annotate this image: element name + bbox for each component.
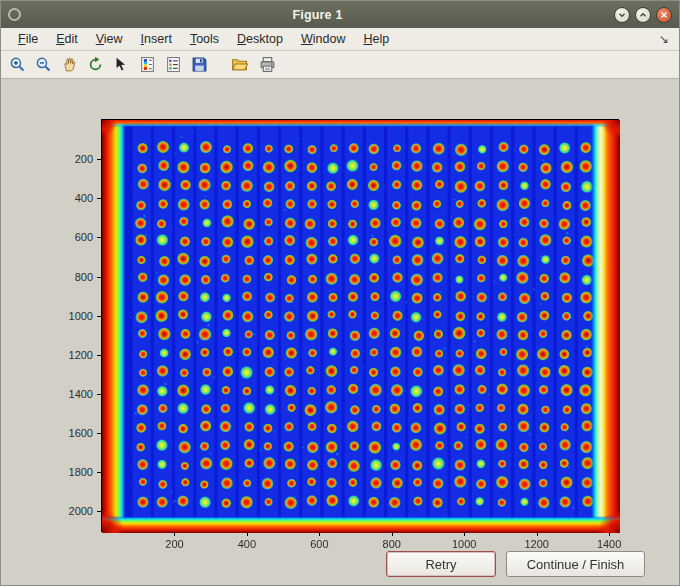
y-tick-label: 600 [75,231,93,243]
axes-box: 2004006008001000120014002004006008001000… [101,119,619,532]
x-tick-label: 600 [310,538,328,550]
y-tick-mark [97,277,101,278]
data-cursor-button[interactable] [109,54,133,76]
rotate-3d-icon [87,56,104,73]
pan-button[interactable] [57,54,81,76]
window-title: Figure 1 [21,8,614,22]
toolbar [1,51,679,79]
chevron-down-icon [617,10,627,20]
figure-canvas-area: 2004006008001000120014002004006008001000… [1,79,679,585]
y-tick-label: 800 [75,271,93,283]
x-tick-label: 200 [165,538,183,550]
x-tick-mark [609,532,610,536]
window-controls [614,7,672,23]
x-tick-label: 1000 [452,538,476,550]
print-figure-button[interactable] [255,54,279,76]
y-tick-mark [97,511,101,512]
menu-bar: FileEditViewInsertToolsDesktopWindowHelp… [1,28,679,51]
close-x-icon [659,10,669,20]
title-bar[interactable]: Figure 1 [1,1,679,28]
x-tick-label: 400 [238,538,256,550]
y-tick-mark [97,433,101,434]
y-tick-label: 1600 [69,427,93,439]
insert-legend-icon [165,56,182,73]
close-button[interactable] [656,7,672,23]
menu-desktop[interactable]: Desktop [228,30,292,48]
x-tick-mark [247,532,248,536]
chevron-up-icon [638,10,648,20]
y-tick-mark [97,316,101,317]
menu-help[interactable]: Help [354,30,398,48]
dock-figure-icon[interactable]: ↘ [659,32,671,46]
x-tick-mark [174,532,175,536]
y-tick-label: 2000 [69,505,93,517]
insert-legend-button[interactable] [161,54,185,76]
data-cursor-icon [113,56,130,73]
insert-colorbar-icon [139,56,156,73]
zoom-out-button[interactable] [31,54,55,76]
figure-window: Figure 1 FileEditViewInsertToolsDesktopW… [0,0,680,586]
y-tick-mark [97,355,101,356]
y-tick-label: 200 [75,153,93,165]
y-tick-label: 1200 [69,349,93,361]
save-figure-icon [191,56,208,73]
menu-tools[interactable]: Tools [181,30,228,48]
zoom-out-icon [35,56,52,73]
retry-button[interactable]: Retry [386,551,496,577]
y-tick-mark [97,159,101,160]
open-file-icon [231,56,248,73]
y-tick-label: 1400 [69,388,93,400]
maximize-button[interactable] [635,7,651,23]
window-menu-icon[interactable] [8,8,21,21]
y-tick-mark [97,237,101,238]
menu-edit[interactable]: Edit [47,30,87,48]
open-file-button[interactable] [227,54,251,76]
y-tick-label: 400 [75,192,93,204]
rotate-3d-button[interactable] [83,54,107,76]
zoom-in-button[interactable] [5,54,29,76]
print-figure-icon [259,56,276,73]
pan-icon [61,56,78,73]
menu-view[interactable]: View [87,30,132,48]
y-tick-mark [97,198,101,199]
save-figure-button[interactable] [187,54,211,76]
y-tick-mark [97,472,101,473]
menu-window[interactable]: Window [292,30,354,48]
menu-file[interactable]: File [9,30,47,48]
y-tick-mark [97,394,101,395]
x-tick-mark [537,532,538,536]
x-tick-mark [392,532,393,536]
menu-insert[interactable]: Insert [132,30,181,48]
x-tick-label: 800 [383,538,401,550]
plate-image [102,120,620,533]
x-tick-label: 1400 [597,538,621,550]
x-tick-mark [319,532,320,536]
y-tick-label: 1800 [69,466,93,478]
zoom-in-icon [9,56,26,73]
y-tick-label: 1000 [69,310,93,322]
minimize-button[interactable] [614,7,630,23]
x-tick-mark [464,532,465,536]
insert-colorbar-button[interactable] [135,54,159,76]
continue-finish-button[interactable]: Continue / Finish [506,551,645,577]
x-tick-label: 1200 [524,538,548,550]
menu-items: FileEditViewInsertToolsDesktopWindowHelp [9,30,398,48]
